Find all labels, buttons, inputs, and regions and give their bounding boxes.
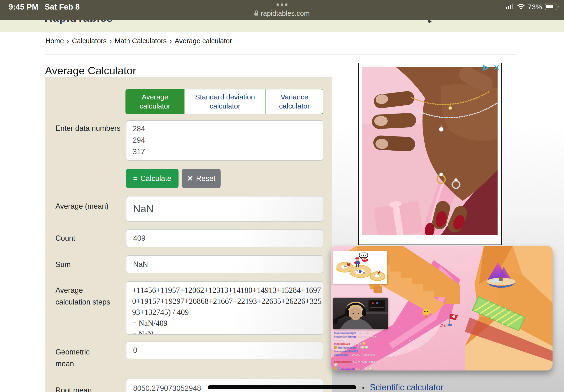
sum-result-field[interactable]: NaN xyxy=(126,255,323,273)
breadcrumb-current: Average calculator xyxy=(175,37,232,45)
site-logo[interactable]: RapidTables xyxy=(44,20,121,24)
stream-art-thumbnail: ? xyxy=(333,251,387,284)
tab-variance-calculator[interactable]: Variance calculator xyxy=(265,89,323,114)
count-result-field[interactable]: 409 xyxy=(126,229,323,247)
header-divider xyxy=(45,55,517,55)
breadcrumb-calculators[interactable]: Calculators xyxy=(72,37,107,45)
emote xyxy=(370,367,373,370)
list-bullet: • xyxy=(362,384,365,392)
subscriber-badge xyxy=(334,357,337,360)
equals-icon: = xyxy=(133,174,138,183)
stream-chat: thecrimsonblightSub To Fir FlowerGirlThi… xyxy=(334,331,378,370)
chat-message: thebigds124volleyball xyxy=(334,342,378,345)
emote xyxy=(361,346,365,349)
url-text: rapidtables.com xyxy=(261,10,310,17)
page-title: Average Calculator xyxy=(45,65,136,77)
x-icon: ✕ xyxy=(187,174,193,183)
volleyball-emote xyxy=(363,342,366,345)
average-result-field[interactable]: NaN xyxy=(126,196,323,222)
svg-text:?: ? xyxy=(356,267,358,271)
redaction-bar xyxy=(208,385,356,389)
emote xyxy=(365,346,369,349)
chat-message: TheTigeeTeamHa xyxy=(334,346,378,349)
status-icons: 73% xyxy=(506,3,557,11)
clock: 9:45 PMSat Feb 8 xyxy=(9,2,80,12)
tab-standard-deviation-calculator[interactable]: Standard deviation calculator xyxy=(184,89,265,114)
site-header-sliver: RapidTables xyxy=(0,20,564,32)
geometric-mean-field[interactable]: 0 xyxy=(126,342,323,359)
steps-label: Average calculation steps xyxy=(55,284,110,308)
subscriber-badge xyxy=(334,346,337,349)
chat-message: viperz1222... so 200 in volleyball xyxy=(334,353,378,356)
chat-message: cheeseman654321 xyxy=(334,350,378,353)
streamer-webcam xyxy=(333,298,388,329)
lock-icon xyxy=(254,10,258,17)
ad-jewelry-photo xyxy=(362,67,497,235)
safari-window: 9:45 PMSat Feb 8 rapidtables.com 73% Rap… xyxy=(0,0,564,392)
count-label: Count xyxy=(55,232,122,244)
tab-average-calculator[interactable]: Average calculator xyxy=(126,89,184,114)
reset-button[interactable]: ✕ Reset xyxy=(182,169,220,188)
search-icon[interactable] xyxy=(427,20,433,25)
advertisement[interactable]: ✕ xyxy=(358,63,502,245)
chat-message: FlowerGirlThingsThe inf... flower is a m… xyxy=(334,335,378,342)
battery-percent: 73% xyxy=(528,3,542,11)
page-options-dots[interactable] xyxy=(276,3,288,6)
related-links: • Scientific calculator xyxy=(362,382,443,392)
chat-message: SmallAntMom@theheartofthings xyxy=(334,357,378,367)
average-label: Average (mean) xyxy=(55,200,122,212)
scientific-calculator-link[interactable]: Scientific calculator xyxy=(370,382,443,392)
breadcrumb-math-calculators[interactable]: Math Calculators xyxy=(115,37,167,45)
sum-label: Sum xyxy=(55,259,122,270)
cellular-icon xyxy=(506,3,514,11)
calculator-tabs: Average calculator Standard deviation ca… xyxy=(125,89,323,114)
root-mean-label: Root mean xyxy=(55,384,122,392)
chat-message: danisho30TigeeTeam xyxy=(334,367,378,370)
pip-video-overlay[interactable]: ? xyxy=(331,246,552,370)
breadcrumb-home[interactable]: Home xyxy=(45,37,64,45)
ios-status-bar: 9:45 PMSat Feb 8 rapidtables.com 73% xyxy=(0,0,564,20)
subscriber-badge xyxy=(337,367,340,370)
breadcrumb: Home›Calculators›Math Calculators›Averag… xyxy=(45,37,232,45)
enter-data-label: Enter data numbers xyxy=(55,122,122,134)
battery-icon xyxy=(545,4,557,10)
emote xyxy=(334,363,338,367)
adchoices-icon[interactable] xyxy=(482,65,490,73)
calculation-steps-field[interactable]: +11456+11957+12062+12313+14180+14913+152… xyxy=(126,281,323,335)
geometric-mean-label: Geometric mean xyxy=(55,346,103,370)
data-numbers-textarea[interactable]: 284 294 317 xyxy=(126,120,323,161)
ad-close-icon[interactable]: ✕ xyxy=(493,63,500,72)
chat-message: thecrimsonblightSub To Fir xyxy=(334,331,378,335)
subscriber-badge xyxy=(334,367,337,370)
address-bar[interactable]: rapidtables.com xyxy=(254,10,310,17)
wifi-icon xyxy=(517,3,525,11)
calculate-button[interactable]: = Calculate xyxy=(126,169,179,188)
